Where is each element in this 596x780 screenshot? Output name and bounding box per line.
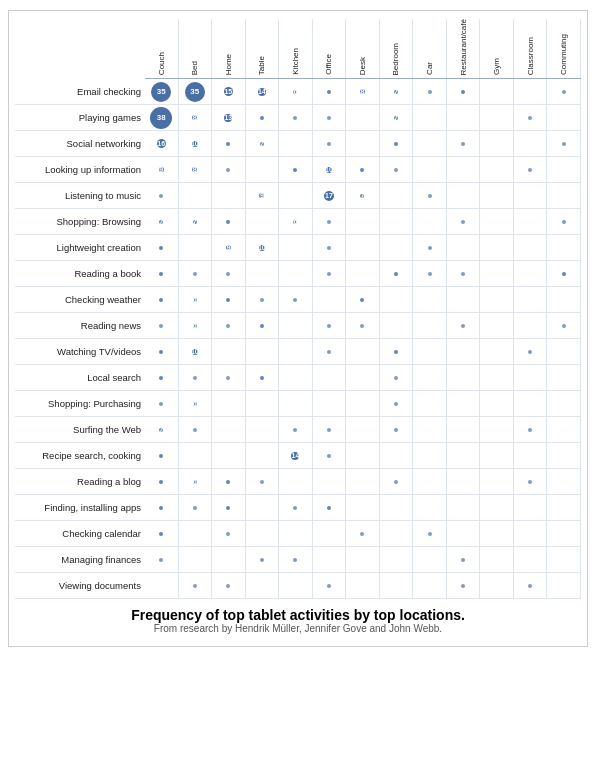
bubble-14-4: 14: [291, 452, 299, 460]
row-label-19: Viewing documents: [15, 573, 145, 599]
data-cell-7-1: [179, 261, 213, 286]
data-cell-17-7: [380, 521, 414, 546]
data-cell-2-9: [447, 131, 481, 156]
data-cell-5-0: 7: [145, 209, 179, 234]
data-cell-11-8: [413, 365, 447, 390]
bubble-16-1: [193, 506, 197, 510]
bubble-8-6: [360, 298, 364, 302]
data-cell-1-12: [547, 105, 581, 130]
bubble-9-3: [260, 324, 264, 328]
bubble-13-4: [293, 428, 297, 432]
data-cell-9-6: [346, 313, 380, 338]
row-label-13: Surfing the Web: [15, 417, 145, 443]
data-cell-8-7: [380, 287, 414, 312]
bubble-2-1: 10: [192, 141, 198, 147]
data-cell-12-5: [313, 391, 347, 416]
data-cell-8-10: [480, 287, 514, 312]
data-cell-11-3: [246, 365, 280, 390]
bubble-1-0: 38: [150, 107, 172, 129]
bubble-13-0: 7: [159, 428, 163, 432]
bubble-19-9: [461, 584, 465, 588]
chart-subtitle: From research by Hendrik Müller, Jennife…: [15, 623, 581, 634]
bubble-5-12: [562, 220, 566, 224]
bubble-0-8: [428, 90, 432, 94]
bubble-2-0: 16: [157, 139, 166, 148]
col-header-7: Bedroom: [380, 19, 414, 78]
data-cell-15-4: [279, 469, 313, 494]
chart-title-area: Frequency of top tablet activities by to…: [15, 599, 581, 638]
data-cell-19-2: [212, 573, 246, 598]
row-label-3: Looking up information: [15, 157, 145, 183]
data-cell-13-10: [480, 417, 514, 442]
data-cell-9-8: [413, 313, 447, 338]
col-header-text-10: Gym: [492, 58, 501, 75]
data-cell-19-4: [279, 573, 313, 598]
data-cell-19-5: [313, 573, 347, 598]
col-header-text-5: Office: [324, 54, 333, 75]
data-cell-16-12: [547, 495, 581, 520]
col-header-8: Car: [413, 19, 447, 78]
data-cell-2-5: [313, 131, 347, 156]
data-cell-11-12: [547, 365, 581, 390]
bubble-3-7: [394, 168, 398, 172]
data-cell-2-7: [380, 131, 414, 156]
table-row: [145, 521, 581, 547]
data-cell-14-12: [547, 443, 581, 468]
data-cell-14-4: 14: [279, 443, 313, 468]
data-cell-18-5: [313, 547, 347, 572]
bubble-5-0: 7: [159, 220, 163, 224]
bubble-5-2: [226, 220, 230, 224]
data-cell-17-6: [346, 521, 380, 546]
bubble-3-4: [293, 168, 297, 172]
data-cell-14-1: [179, 443, 213, 468]
bubble-4-0: [159, 194, 163, 198]
bubble-0-2: 15: [224, 87, 233, 96]
data-cell-16-5: [313, 495, 347, 520]
bubble-7-2: [226, 272, 230, 276]
bubble-17-0: [159, 532, 163, 536]
bubble-11-7: [394, 376, 398, 380]
data-cell-4-0: [145, 183, 179, 208]
data-cell-14-10: [480, 443, 514, 468]
bubble-3-5: 10: [326, 167, 332, 173]
table-row: 16107: [145, 131, 581, 157]
data-cell-15-10: [480, 469, 514, 494]
bubble-0-3: 14: [258, 88, 266, 96]
data-cell-4-2: [212, 183, 246, 208]
data-cell-17-11: [514, 521, 548, 546]
col-header-text-9: Restaurant/café: [459, 19, 468, 75]
data-cell-12-8: [413, 391, 447, 416]
row-label-11: Local search: [15, 365, 145, 391]
bubble-7-5: [327, 272, 331, 276]
data-cell-16-8: [413, 495, 447, 520]
data-cell-15-6: [346, 469, 380, 494]
data-cell-19-3: [246, 573, 280, 598]
data-cell-10-0: [145, 339, 179, 364]
row-label-8: Checking weather: [15, 287, 145, 313]
table-row: 6: [145, 287, 581, 313]
data-cell-2-10: [480, 131, 514, 156]
bubble-7-9: [461, 272, 465, 276]
data-cell-19-9: [447, 573, 481, 598]
data-cell-19-1: [179, 573, 213, 598]
bubble-15-11: [528, 480, 532, 484]
row-label-5: Shopping: Browsing: [15, 209, 145, 235]
data-cell-14-6: [346, 443, 380, 468]
bubble-14-5: [327, 454, 331, 458]
bubble-9-12: [562, 324, 566, 328]
data-cell-18-12: [547, 547, 581, 572]
row-label-2: Social networking: [15, 131, 145, 157]
bubble-13-1: [193, 428, 197, 432]
data-cell-7-10: [480, 261, 514, 286]
data-cell-5-2: [212, 209, 246, 234]
bubble-1-3: [260, 116, 264, 120]
bubble-12-7: [394, 402, 398, 406]
bubble-0-1: 35: [185, 82, 205, 102]
col-header-2: Home: [212, 19, 246, 78]
bubble-4-5: 17: [324, 191, 334, 201]
col-header-12: Commuting: [547, 19, 581, 78]
data-cell-0-10: [480, 79, 514, 104]
bubble-18-9: [461, 558, 465, 562]
bubble-9-0: [159, 324, 163, 328]
data-cell-16-7: [380, 495, 414, 520]
